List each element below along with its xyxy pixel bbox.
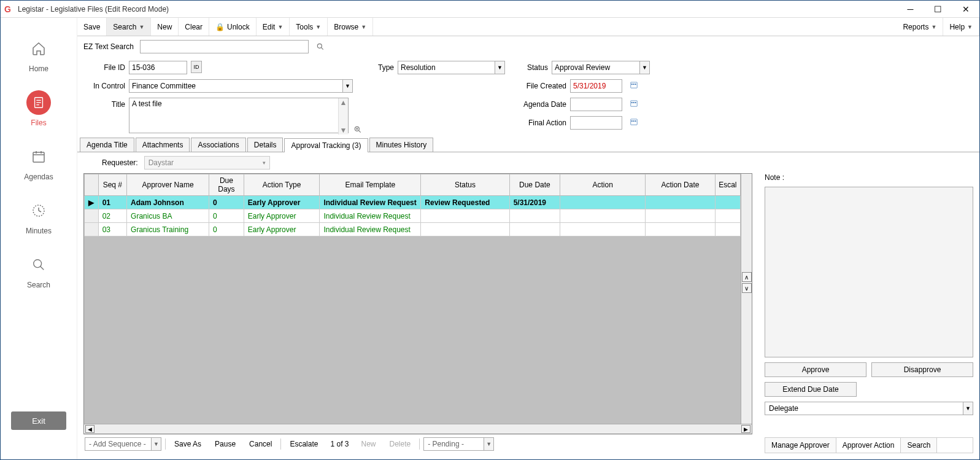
col-email-template[interactable]: Email Template xyxy=(320,174,421,196)
agenda-date-calendar-icon[interactable] xyxy=(628,98,639,109)
side-tab-approver-action[interactable]: Approver Action xyxy=(836,438,901,453)
table-row[interactable]: 03Granicus Training0Early ApproverIndivi… xyxy=(85,223,741,236)
title-zoom-icon[interactable] xyxy=(352,124,363,135)
row-handle-header xyxy=(85,174,99,196)
maximize-button[interactable]: ☐ xyxy=(924,1,952,18)
final-action-input[interactable] xyxy=(570,116,622,130)
delegate-dropdown[interactable]: Delegate▼ xyxy=(765,402,973,415)
minimize-button[interactable]: ─ xyxy=(897,1,924,18)
cell-due-date xyxy=(509,209,560,223)
toolbar-tools[interactable]: Tools▼ xyxy=(290,18,328,36)
sidebar-item-files[interactable]: Files xyxy=(26,90,51,127)
file-created-calendar-icon[interactable] xyxy=(628,79,639,90)
new-row-button[interactable]: New xyxy=(356,437,380,451)
svg-rect-28 xyxy=(631,120,633,122)
toolbar-help[interactable]: Help▼ xyxy=(943,18,979,36)
pause-button[interactable]: Pause xyxy=(210,437,241,451)
scroll-left-icon[interactable]: ◀ xyxy=(85,425,95,433)
status-dropdown[interactable]: Approval Review▼ xyxy=(552,61,650,74)
save-as-button[interactable]: Save As xyxy=(169,437,206,451)
col-status[interactable]: Status xyxy=(421,174,509,196)
cell-approver: Granicus BA xyxy=(127,209,209,223)
tab-associations[interactable]: Associations xyxy=(191,138,245,152)
file-id-input[interactable] xyxy=(129,61,187,74)
final-action-calendar-icon[interactable] xyxy=(628,116,639,127)
note-textarea[interactable] xyxy=(765,187,973,357)
col-approver[interactable]: Approver Name xyxy=(127,174,209,196)
toolbar-save[interactable]: Save xyxy=(77,18,107,36)
side-tab-search[interactable]: Search xyxy=(901,438,937,453)
requester-dropdown[interactable]: Daystar▾ xyxy=(144,156,270,170)
agenda-date-input[interactable] xyxy=(570,98,622,111)
toolbar-unlock[interactable]: 🔒Unlock xyxy=(209,18,257,36)
tab-agenda-title[interactable]: Agenda Title xyxy=(80,138,134,152)
ez-search-input[interactable] xyxy=(140,40,309,53)
svg-rect-30 xyxy=(635,120,636,122)
cell-email-template: Individual Review Request xyxy=(320,196,421,209)
file-created-input[interactable] xyxy=(570,79,622,93)
sidebar-item-agendas[interactable]: Agendas xyxy=(24,144,53,181)
col-due-days[interactable]: Due Days xyxy=(209,174,244,196)
disapprove-button[interactable]: Disapprove xyxy=(871,362,973,377)
approval-table: Seq # Approver Name Due Days Action Type… xyxy=(84,174,741,236)
toolbar-search[interactable]: Search▼ xyxy=(107,18,151,36)
grid-horizontal-scrollbar[interactable]: ◀ ▶ xyxy=(84,424,752,434)
tab-attachments[interactable]: Attachments xyxy=(136,138,190,152)
in-control-dropdown[interactable]: Finance Committee▼ xyxy=(129,79,353,93)
toolbar-new[interactable]: New xyxy=(151,18,179,36)
side-tabs: Manage Approver Approver Action Search xyxy=(765,437,973,453)
title-input[interactable] xyxy=(129,98,349,133)
exit-button[interactable]: Exit xyxy=(11,411,66,430)
col-seq[interactable]: Seq # xyxy=(98,174,126,196)
id-button[interactable]: ID xyxy=(191,61,202,73)
in-control-label: In Control xyxy=(83,79,125,90)
lock-icon: 🔒 xyxy=(215,23,225,31)
title-scrollbar[interactable]: ▲▼ xyxy=(338,98,348,134)
scroll-up-icon[interactable]: ∧ xyxy=(742,272,752,282)
grid-vertical-scrollbar[interactable]: ∧ ∨ xyxy=(741,174,752,424)
cell-action-type: Early Approver xyxy=(244,196,320,209)
toolbar-browse[interactable]: Browse▼ xyxy=(328,18,373,36)
cell-status xyxy=(421,209,509,223)
approve-button[interactable]: Approve xyxy=(765,362,866,377)
close-button[interactable]: ✕ xyxy=(952,1,979,18)
escalate-button[interactable]: Escalate xyxy=(285,437,323,451)
tab-approval-tracking[interactable]: Approval Tracking (3) xyxy=(284,138,368,152)
add-sequence-dropdown[interactable]: - Add Sequence -▼ xyxy=(85,437,161,451)
extend-due-date-button[interactable]: Extend Due Date xyxy=(765,382,857,397)
grid-scroll-area[interactable]: Seq # Approver Name Due Days Action Type… xyxy=(84,174,741,424)
sidebar-item-home[interactable]: Home xyxy=(26,36,51,73)
toolbar-clear[interactable]: Clear xyxy=(179,18,209,36)
tab-minutes-history[interactable]: Minutes History xyxy=(369,138,434,152)
chevron-down-icon: ▼ xyxy=(484,438,493,450)
col-escal[interactable]: Escal xyxy=(715,174,740,196)
search-button-icon[interactable] xyxy=(315,41,326,52)
scroll-right-icon[interactable]: ▶ xyxy=(741,425,750,433)
sidebar-label-minutes: Minutes xyxy=(26,227,52,235)
toolbar-edit[interactable]: Edit▼ xyxy=(257,18,290,36)
svg-rect-24 xyxy=(631,102,633,103)
pending-dropdown[interactable]: - Pending -▼ xyxy=(423,437,494,451)
col-action-type[interactable]: Action Type xyxy=(244,174,320,196)
toolbar-reports[interactable]: Reports▼ xyxy=(897,18,943,36)
col-action-date[interactable]: Action Date xyxy=(646,174,715,196)
app-window: G Legistar - Legislative Files (Edit Rec… xyxy=(0,0,980,460)
sidebar-item-search[interactable]: Search xyxy=(26,252,51,289)
chevron-down-icon: ▼ xyxy=(151,438,161,450)
scroll-down-icon[interactable]: ∨ xyxy=(742,283,752,293)
requester-label: Requester: xyxy=(102,158,138,167)
type-dropdown[interactable]: Resolution▼ xyxy=(398,61,505,74)
row-handle xyxy=(85,209,99,223)
table-row[interactable]: 02Granicus BA0Early ApproverIndividual R… xyxy=(85,209,741,223)
col-action[interactable]: Action xyxy=(560,174,646,196)
tab-details[interactable]: Details xyxy=(247,138,284,152)
cancel-button[interactable]: Cancel xyxy=(244,437,277,451)
sidebar-item-minutes[interactable]: Minutes xyxy=(26,198,52,235)
window-controls: ─ ☐ ✕ xyxy=(897,1,979,18)
table-row[interactable]: ▶01Adam Johnson0Early ApproverIndividual… xyxy=(85,196,741,209)
delete-row-button[interactable]: Delete xyxy=(385,437,416,451)
main-area: Save Search▼ New Clear 🔒Unlock Edit▼ Too… xyxy=(77,18,979,459)
side-tab-manage-approver[interactable]: Manage Approver xyxy=(765,438,836,453)
col-due-date[interactable]: Due Date xyxy=(509,174,560,196)
cell-email-template: Individual Review Request xyxy=(320,223,421,236)
